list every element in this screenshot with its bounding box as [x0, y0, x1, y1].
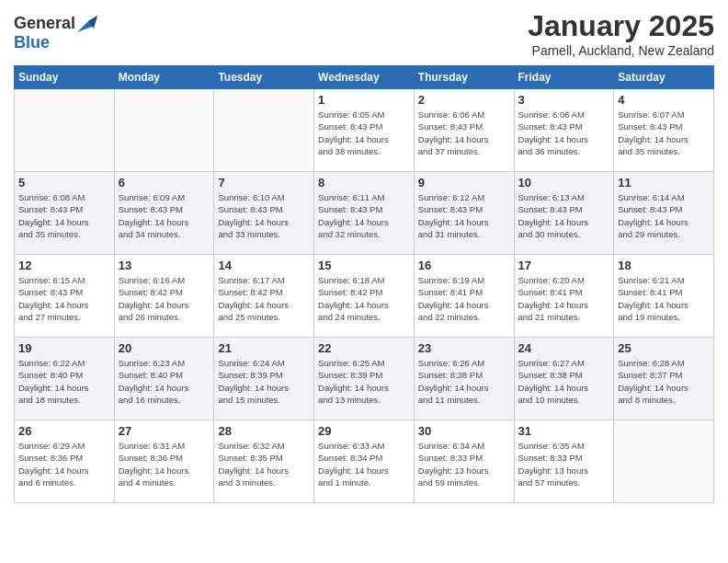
day-info: Sunrise: 6:18 AMSunset: 8:42 PMDaylight:…	[318, 274, 410, 323]
day-number: 10	[518, 176, 610, 190]
day-info: Sunrise: 6:21 AMSunset: 8:41 PMDaylight:…	[618, 274, 710, 323]
day-number: 14	[218, 259, 310, 272]
header: General Blue January 2025 Parnell, Auckl…	[14, 9, 714, 58]
month-title: January 2025	[528, 9, 714, 43]
calendar-cell: 17Sunrise: 6:20 AMSunset: 8:41 PMDayligh…	[514, 255, 614, 338]
day-info: Sunrise: 6:29 AMSunset: 8:36 PMDaylight:…	[18, 440, 110, 488]
day-number: 17	[518, 259, 610, 272]
weekday-header-wednesday: Wednesday	[314, 66, 415, 89]
calendar-cell: 28Sunrise: 6:32 AMSunset: 8:35 PMDayligh…	[214, 420, 314, 503]
day-info: Sunrise: 6:34 AMSunset: 8:33 PMDaylight:…	[418, 440, 510, 488]
calendar-cell	[114, 89, 214, 172]
calendar-cell: 7Sunrise: 6:10 AMSunset: 8:43 PMDaylight…	[214, 172, 314, 255]
calendar-cell: 16Sunrise: 6:19 AMSunset: 8:41 PMDayligh…	[414, 255, 514, 338]
day-number: 2	[418, 93, 510, 107]
day-info: Sunrise: 6:06 AMSunset: 8:43 PMDaylight:…	[418, 109, 510, 157]
day-info: Sunrise: 6:32 AMSunset: 8:35 PMDaylight:…	[218, 440, 310, 488]
weekday-header-friday: Friday	[514, 66, 614, 89]
day-number: 8	[318, 176, 410, 190]
calendar-cell: 24Sunrise: 6:27 AMSunset: 8:38 PMDayligh…	[514, 338, 614, 420]
day-number: 18	[618, 259, 710, 272]
day-number: 22	[318, 341, 410, 355]
day-number: 23	[418, 341, 510, 355]
calendar-cell: 31Sunrise: 6:35 AMSunset: 8:33 PMDayligh…	[514, 420, 614, 503]
day-number: 15	[318, 259, 410, 272]
day-number: 6	[119, 176, 210, 190]
calendar-week-row: 5Sunrise: 6:08 AMSunset: 8:43 PMDaylight…	[15, 172, 714, 255]
calendar-cell: 29Sunrise: 6:33 AMSunset: 8:34 PMDayligh…	[314, 420, 415, 503]
calendar-cell: 15Sunrise: 6:18 AMSunset: 8:42 PMDayligh…	[314, 255, 415, 338]
weekday-header-saturday: Saturday	[614, 66, 714, 89]
day-info: Sunrise: 6:28 AMSunset: 8:37 PMDaylight:…	[618, 357, 710, 406]
calendar-cell: 22Sunrise: 6:25 AMSunset: 8:39 PMDayligh…	[314, 338, 415, 420]
calendar-cell: 10Sunrise: 6:13 AMSunset: 8:43 PMDayligh…	[514, 172, 614, 255]
day-info: Sunrise: 6:25 AMSunset: 8:39 PMDaylight:…	[318, 357, 410, 406]
day-number: 26	[18, 424, 110, 438]
calendar-cell: 9Sunrise: 6:12 AMSunset: 8:43 PMDaylight…	[414, 172, 514, 255]
day-info: Sunrise: 6:08 AMSunset: 8:43 PMDaylight:…	[18, 191, 110, 240]
day-info: Sunrise: 6:27 AMSunset: 8:38 PMDaylight:…	[518, 357, 610, 406]
day-number: 5	[18, 176, 110, 190]
calendar-cell	[614, 420, 714, 503]
calendar-cell: 5Sunrise: 6:08 AMSunset: 8:43 PMDaylight…	[15, 172, 115, 255]
calendar-week-row: 1Sunrise: 6:05 AMSunset: 8:43 PMDaylight…	[15, 89, 714, 172]
day-info: Sunrise: 6:11 AMSunset: 8:43 PMDaylight:…	[318, 191, 410, 240]
calendar-cell: 19Sunrise: 6:22 AMSunset: 8:40 PMDayligh…	[15, 338, 115, 420]
weekday-header-thursday: Thursday	[414, 66, 514, 89]
calendar-cell: 23Sunrise: 6:26 AMSunset: 8:38 PMDayligh…	[414, 338, 514, 420]
day-info: Sunrise: 6:24 AMSunset: 8:39 PMDaylight:…	[218, 357, 310, 406]
calendar-cell: 30Sunrise: 6:34 AMSunset: 8:33 PMDayligh…	[414, 420, 514, 503]
title-area: January 2025 Parnell, Auckland, New Zeal…	[528, 9, 714, 58]
day-info: Sunrise: 6:35 AMSunset: 8:33 PMDaylight:…	[518, 440, 610, 488]
calendar-cell: 26Sunrise: 6:29 AMSunset: 8:36 PMDayligh…	[15, 420, 115, 503]
calendar-cell: 4Sunrise: 6:07 AMSunset: 8:43 PMDaylight…	[614, 89, 714, 172]
day-info: Sunrise: 6:17 AMSunset: 8:42 PMDaylight:…	[218, 274, 310, 323]
day-number: 20	[119, 341, 210, 355]
logo-general-text: General	[14, 14, 75, 33]
day-info: Sunrise: 6:09 AMSunset: 8:43 PMDaylight:…	[119, 191, 210, 240]
day-number: 7	[218, 176, 310, 190]
calendar-cell: 20Sunrise: 6:23 AMSunset: 8:40 PMDayligh…	[114, 338, 214, 420]
day-number: 13	[119, 259, 210, 272]
day-number: 12	[18, 259, 110, 272]
day-info: Sunrise: 6:14 AMSunset: 8:43 PMDaylight:…	[618, 191, 710, 240]
day-info: Sunrise: 6:15 AMSunset: 8:43 PMDaylight:…	[18, 274, 110, 323]
day-number: 25	[618, 341, 710, 355]
day-info: Sunrise: 6:06 AMSunset: 8:43 PMDaylight:…	[518, 109, 610, 157]
weekday-header-monday: Monday	[114, 66, 214, 89]
calendar-cell: 12Sunrise: 6:15 AMSunset: 8:43 PMDayligh…	[15, 255, 115, 338]
calendar-cell: 27Sunrise: 6:31 AMSunset: 8:36 PMDayligh…	[114, 420, 214, 503]
day-number: 3	[518, 93, 610, 107]
calendar-cell: 8Sunrise: 6:11 AMSunset: 8:43 PMDaylight…	[314, 172, 415, 255]
day-number: 21	[218, 341, 310, 355]
calendar-cell	[214, 89, 314, 172]
day-info: Sunrise: 6:16 AMSunset: 8:42 PMDaylight:…	[119, 274, 210, 323]
logo-bird-icon	[77, 16, 97, 32]
day-number: 28	[218, 424, 310, 438]
logo-blue-text: Blue	[14, 33, 50, 52]
day-info: Sunrise: 6:31 AMSunset: 8:36 PMDaylight:…	[119, 440, 210, 488]
calendar-week-row: 12Sunrise: 6:15 AMSunset: 8:43 PMDayligh…	[15, 255, 714, 338]
day-number: 4	[618, 93, 710, 107]
day-info: Sunrise: 6:10 AMSunset: 8:43 PMDaylight:…	[218, 191, 310, 240]
calendar-week-row: 19Sunrise: 6:22 AMSunset: 8:40 PMDayligh…	[15, 338, 714, 420]
day-info: Sunrise: 6:13 AMSunset: 8:43 PMDaylight:…	[518, 191, 610, 240]
calendar-week-row: 26Sunrise: 6:29 AMSunset: 8:36 PMDayligh…	[15, 420, 714, 503]
day-info: Sunrise: 6:33 AMSunset: 8:34 PMDaylight:…	[318, 440, 410, 488]
day-number: 24	[518, 341, 610, 355]
day-info: Sunrise: 6:26 AMSunset: 8:38 PMDaylight:…	[418, 357, 510, 406]
day-number: 29	[318, 424, 410, 438]
calendar-cell: 6Sunrise: 6:09 AMSunset: 8:43 PMDaylight…	[114, 172, 214, 255]
calendar-cell: 18Sunrise: 6:21 AMSunset: 8:41 PMDayligh…	[614, 255, 714, 338]
day-number: 1	[318, 93, 410, 107]
calendar-cell: 11Sunrise: 6:14 AMSunset: 8:43 PMDayligh…	[614, 172, 714, 255]
calendar-cell: 1Sunrise: 6:05 AMSunset: 8:43 PMDaylight…	[314, 89, 415, 172]
weekday-header-row: SundayMondayTuesdayWednesdayThursdayFrid…	[15, 66, 714, 89]
calendar-table: SundayMondayTuesdayWednesdayThursdayFrid…	[14, 65, 714, 503]
weekday-header-sunday: Sunday	[15, 66, 115, 89]
calendar-cell: 3Sunrise: 6:06 AMSunset: 8:43 PMDaylight…	[514, 89, 614, 172]
day-number: 16	[418, 259, 510, 272]
calendar-cell: 21Sunrise: 6:24 AMSunset: 8:39 PMDayligh…	[214, 338, 314, 420]
calendar-cell: 13Sunrise: 6:16 AMSunset: 8:42 PMDayligh…	[114, 255, 214, 338]
day-number: 19	[18, 341, 110, 355]
